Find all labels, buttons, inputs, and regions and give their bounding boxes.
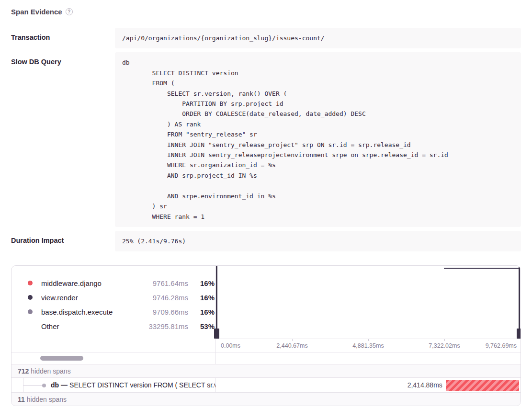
legend-op-duration: 9746.28ms	[132, 294, 188, 302]
slow-span-hatched-bar[interactable]	[446, 380, 519, 391]
legend-op-percent: 16%	[188, 279, 215, 287]
db-span-row[interactable]: db—SELECT DISTINCT version FROM ( SELECT…	[11, 377, 521, 392]
minimap-span-bar	[444, 268, 520, 269]
span-op: db	[51, 381, 59, 389]
horizontal-scrollbar-thumb[interactable]	[40, 356, 83, 361]
legend-item-base-dispatch-execute[interactable]: base.dispatch.execute 9709.66ms 16%	[11, 305, 215, 319]
legend-item-other[interactable]: Other 33295.81ms 53%	[11, 319, 215, 333]
axis-label: 0.00ms	[221, 342, 240, 349]
span-tree-panel: middleware.django 9761.64ms 16% view.ren…	[11, 265, 521, 406]
op-color-dot-icon	[28, 309, 33, 314]
slow-db-query-row: Slow DB Query db - SELECT DISTINCT versi…	[11, 52, 521, 227]
axis-label: 2,440.67ms	[276, 342, 307, 349]
legend-column: middleware.django 9761.64ms 16% view.ren…	[11, 266, 216, 364]
legend-op-name: base.dispatch.execute	[41, 308, 132, 316]
slow-db-query-value: db - SELECT DISTINCT version FROM ( SELE…	[115, 52, 521, 227]
axis-tick	[292, 339, 293, 341]
transaction-row: Transaction /api/0/organizations/{organi…	[11, 28, 521, 48]
hidden-spans-row-below[interactable]: 11 hidden spans	[11, 392, 521, 406]
handle-stem	[216, 266, 217, 339]
span-query-snippet: SELECT DISTINCT version FROM ( SELECT sr…	[69, 381, 216, 389]
hidden-spans-label: hidden spans	[27, 396, 67, 403]
duration-impact-row: Duration Impact 25% (2.41s/9.76s)	[11, 231, 521, 251]
span-minimap[interactable]	[216, 266, 521, 339]
minimap-footer-spacer	[216, 352, 521, 364]
minimap-left-drag-handle[interactable]	[214, 266, 219, 339]
handle-stem	[519, 266, 520, 339]
duration-impact-value: 25% (2.41s/9.76s)	[115, 231, 521, 251]
legend-op-name: Other	[41, 322, 132, 330]
time-axis: 0.00ms 2,440.67ms 4,881.35ms 7,322.02ms …	[216, 339, 521, 352]
hidden-spans-row-above[interactable]: 712 hidden spans	[11, 364, 521, 377]
minimap-right-drag-handle[interactable]	[517, 266, 521, 339]
axis-label: 9,762.69ms	[486, 342, 517, 349]
tree-connector-line	[23, 385, 44, 386]
question-circle-icon[interactable]: ?	[66, 8, 73, 15]
page-title-text: Span Evidence	[11, 8, 62, 16]
legend-op-duration: 9709.66ms	[132, 308, 188, 316]
axis-label: 7,322.02ms	[429, 342, 460, 349]
axis-tick	[444, 339, 445, 341]
axis-label: 4,881.35ms	[352, 342, 384, 349]
legend-op-percent: 16%	[188, 308, 215, 316]
axis-tick	[368, 339, 369, 341]
transaction-value: /api/0/organizations/{organization_slug}…	[115, 28, 521, 48]
hidden-spans-label: hidden spans	[31, 367, 70, 375]
span-separator: —	[61, 381, 68, 389]
duration-impact-label: Duration Impact	[11, 231, 115, 251]
legend-op-duration: 33295.81ms	[132, 322, 188, 330]
op-legend: middleware.django 9761.64ms 16% view.ren…	[11, 266, 215, 352]
span-bar-cell: 2,414.88ms	[216, 378, 521, 392]
handle-grip	[214, 329, 219, 339]
span-evidence-section: Span Evidence ? Transaction /api/0/organ…	[11, 0, 521, 406]
legend-op-name: view.render	[41, 294, 132, 302]
op-color-dot-icon	[28, 295, 33, 300]
legend-op-percent: 16%	[188, 294, 215, 302]
legend-item-middleware-django[interactable]: middleware.django 9761.64ms 16%	[11, 276, 215, 290]
transaction-label: Transaction	[11, 28, 115, 48]
legend-op-name: middleware.django	[41, 279, 132, 287]
minimap-column: 0.00ms 2,440.67ms 4,881.35ms 7,322.02ms …	[216, 266, 521, 364]
hidden-spans-count: 11	[18, 396, 25, 403]
handle-grip	[517, 329, 521, 339]
tree-node-dot-icon	[42, 384, 46, 387]
slow-db-query-label: Slow DB Query	[11, 52, 115, 227]
page-title: Span Evidence ?	[11, 8, 521, 16]
span-tree-header: middleware.django 9761.64ms 16% view.ren…	[11, 266, 521, 364]
op-color-dot-icon	[28, 281, 33, 285]
op-color-dot-icon	[28, 324, 33, 329]
span-description-cell: db—SELECT DISTINCT version FROM ( SELECT…	[11, 378, 216, 392]
hidden-spans-count: 712	[18, 367, 29, 375]
legend-op-duration: 9761.64ms	[132, 279, 188, 287]
legend-item-view-render[interactable]: view.render 9746.28ms 16%	[11, 290, 215, 305]
horizontal-scrollbar-track[interactable]	[11, 352, 215, 364]
legend-op-percent: 53%	[188, 322, 215, 330]
span-duration: 2,414.88ms	[407, 381, 442, 389]
